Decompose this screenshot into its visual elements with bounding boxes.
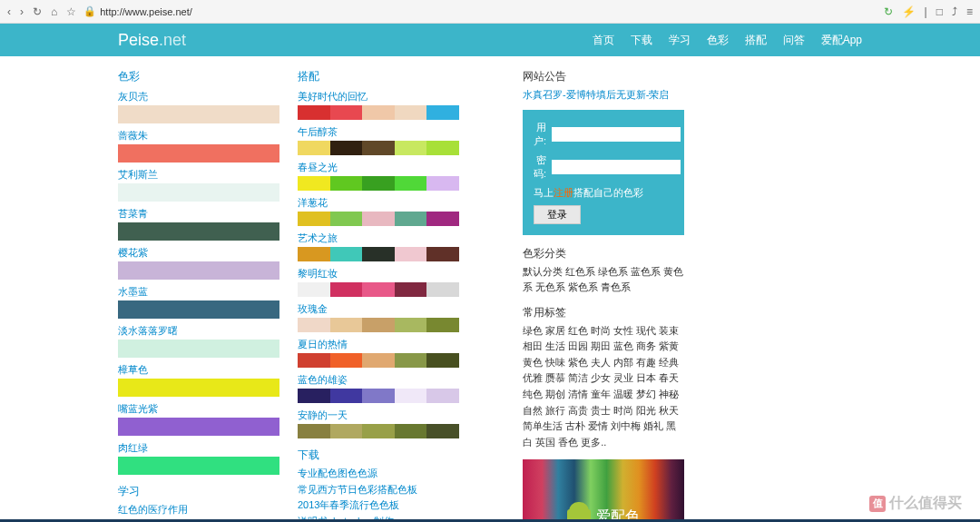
download-link-1[interactable]: 常见西方节日色彩搭配色板: [298, 482, 459, 498]
color-name-5[interactable]: 水墨蓝: [118, 286, 148, 297]
url-bar[interactable]: 🔒 http://www.peise.net/: [83, 5, 876, 17]
palette-name-6[interactable]: 玫瑰金: [298, 303, 328, 314]
col2-title[interactable]: 搭配: [298, 70, 319, 83]
divider: |: [925, 5, 927, 18]
download-link-2[interactable]: 2013年春季流行色色板: [298, 497, 459, 514]
palette-name-2[interactable]: 春昼之光: [298, 162, 338, 172]
back-icon[interactable]: ‹: [7, 5, 11, 18]
login-box: 用户: 密码: 马上注册搭配自己的色彩 登录: [523, 110, 684, 235]
notice-title: 网站公告: [523, 69, 684, 84]
lock-icon: 🔒: [83, 5, 96, 17]
color-name-2[interactable]: 艾利斯兰: [118, 169, 158, 180]
color-name-0[interactable]: 灰贝壳: [118, 91, 148, 102]
column-palettes: 搭配 美好时代的回忆午后醇茶春昼之光洋葱花艺术之旅黎明红妆玫瑰金夏日的热情蓝色的…: [298, 69, 459, 522]
pass-label: 密码:: [534, 153, 546, 181]
color-swatch-2[interactable]: [118, 183, 279, 202]
color-name-8[interactable]: 嘴蓝光紫: [118, 403, 158, 414]
color-swatch-6[interactable]: [118, 340, 279, 358]
history-icon[interactable]: ⤴: [952, 5, 957, 18]
app-banner[interactable]: 爱配色 For 安卓: [523, 459, 684, 522]
nav-item-3[interactable]: 色彩: [707, 33, 729, 48]
color-name-4[interactable]: 樱花紫: [118, 247, 148, 258]
color-swatch-1[interactable]: [118, 144, 279, 163]
main-nav: 首页下载学习色彩搭配问答爱配App: [593, 33, 862, 48]
color-swatch-5[interactable]: [118, 300, 279, 319]
sync-icon[interactable]: ↻: [884, 5, 893, 18]
color-name-7[interactable]: 樟草色: [118, 364, 148, 375]
palette-row-6[interactable]: [298, 318, 459, 332]
palette-name-5[interactable]: 黎明红妆: [298, 268, 338, 279]
palette-name-7[interactable]: 夏日的热情: [298, 339, 348, 350]
username-input[interactable]: [552, 127, 681, 142]
study-link-0[interactable]: 红色的医疗作用: [118, 502, 279, 518]
url-text: http://www.peise.net/: [100, 6, 192, 17]
tags-cloud[interactable]: 绿色 家居 红色 时尚 女性 现代 装束 相田 生活 田园 期田 蓝色 商务 紫…: [523, 323, 684, 451]
categories-cloud[interactable]: 默认分类 红色系 绿色系 蓝色系 黄色系 无色系 紫色系 青色系: [523, 264, 684, 296]
menu-icon[interactable]: ≡: [966, 5, 973, 18]
color-swatch-0[interactable]: [118, 105, 279, 123]
palette-row-7[interactable]: [298, 353, 459, 368]
palette-row-0[interactable]: [298, 105, 459, 120]
register-link[interactable]: 注册: [554, 187, 573, 198]
site-header: Peise.net 首页下载学习色彩搭配问答爱配App: [0, 24, 980, 56]
forward-icon[interactable]: ›: [20, 5, 24, 18]
download-link-0[interactable]: 专业配色图色色源: [298, 466, 459, 482]
nav-item-1[interactable]: 下载: [631, 33, 652, 48]
brand-icon: 值: [869, 496, 886, 512]
palette-row-1[interactable]: [298, 141, 459, 155]
col1-title[interactable]: 色彩: [118, 70, 140, 83]
color-name-3[interactable]: 苔菜青: [118, 208, 148, 219]
color-swatch-4[interactable]: [118, 261, 279, 280]
palette-row-5[interactable]: [298, 282, 459, 297]
categories-title: 色彩分类: [523, 246, 684, 261]
star-icon[interactable]: ☆: [66, 5, 76, 18]
palette-row-4[interactable]: [298, 247, 459, 261]
palette-row-9[interactable]: [298, 424, 459, 438]
reload-icon[interactable]: ↻: [33, 5, 42, 18]
color-name-9[interactable]: 肉红绿: [118, 442, 148, 453]
user-label: 用户:: [534, 121, 546, 148]
login-button[interactable]: 登录: [534, 205, 581, 224]
login-hint: 马上注册搭配自己的色彩: [534, 186, 673, 200]
notice-link[interactable]: 水真召罗-爱博特填后无更新-荣启: [523, 87, 684, 103]
sidebar: 网站公告 水真召罗-爱博特填后无更新-荣启 用户: 密码: 马上注册搭配自己的色…: [523, 69, 684, 522]
palette-name-8[interactable]: 蓝色的雄姿: [298, 374, 348, 385]
palette-row-8[interactable]: [298, 389, 459, 403]
nav-item-6[interactable]: 爱配App: [821, 33, 862, 48]
palette-name-1[interactable]: 午后醇茶: [298, 126, 338, 137]
tags-title: 常用标签: [523, 305, 684, 320]
watermark: 值 什么值得买: [869, 494, 962, 513]
color-swatch-3[interactable]: [118, 222, 279, 241]
color-name-1[interactable]: 蔷薇朱: [118, 130, 148, 141]
flash-icon[interactable]: ⚡: [902, 5, 916, 18]
palette-name-0[interactable]: 美好时代的回忆: [298, 91, 368, 102]
palette-name-4[interactable]: 艺术之旅: [298, 232, 338, 243]
nav-item-4[interactable]: 搭配: [745, 33, 767, 48]
col1-bottom-title[interactable]: 学习: [118, 485, 140, 497]
nav-item-0[interactable]: 首页: [593, 33, 614, 48]
palette-row-2[interactable]: [298, 176, 459, 191]
column-colors: 色彩 灰贝壳蔷薇朱艾利斯兰苔菜青樱花紫水墨蓝淡水落落罗曙樟草色嘴蓝光紫肉红绿 学…: [118, 69, 279, 522]
palette-row-3[interactable]: [298, 212, 459, 226]
color-swatch-7[interactable]: [118, 379, 279, 397]
nav-item-5[interactable]: 问答: [783, 33, 805, 48]
color-swatch-8[interactable]: [118, 418, 279, 436]
color-name-6[interactable]: 淡水落落罗曙: [118, 325, 178, 336]
color-swatch-9[interactable]: [118, 457, 279, 475]
panel-icon[interactable]: □: [936, 5, 943, 18]
browser-toolbar: ‹ › ↻ ⌂ ☆ 🔒 http://www.peise.net/ ↻ ⚡ | …: [0, 0, 980, 24]
palette-name-3[interactable]: 洋葱花: [298, 197, 328, 208]
home-icon[interactable]: ⌂: [51, 5, 57, 18]
password-input[interactable]: [552, 160, 681, 174]
col2-bottom-title[interactable]: 下载: [298, 448, 319, 461]
palette-name-9[interactable]: 安静的一天: [298, 409, 348, 420]
nav-item-2[interactable]: 学习: [669, 33, 691, 48]
logo[interactable]: Peise.net: [118, 31, 186, 50]
